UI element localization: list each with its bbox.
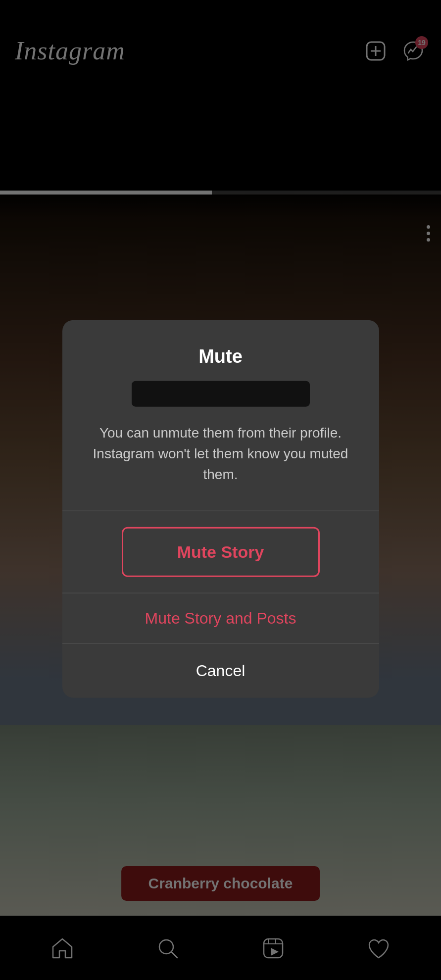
modal-username-bar [132, 381, 310, 407]
modal-description: You can unmute them from their profile. … [86, 423, 355, 485]
mute-story-button[interactable]: Mute Story [122, 527, 320, 577]
mute-story-posts-row: Mute Story and Posts [62, 593, 379, 643]
modal-actions: Mute Story Mute Story and Posts Cancel [62, 511, 379, 698]
modal-content: Mute You can unmute them from their prof… [62, 320, 379, 511]
cancel-button[interactable]: Cancel [86, 662, 355, 680]
mute-story-row: Mute Story [62, 511, 379, 593]
cancel-row: Cancel [62, 643, 379, 698]
modal-title: Mute [198, 346, 243, 367]
mute-story-posts-button[interactable]: Mute Story and Posts [145, 609, 296, 628]
mute-modal: Mute You can unmute them from their prof… [62, 320, 379, 698]
